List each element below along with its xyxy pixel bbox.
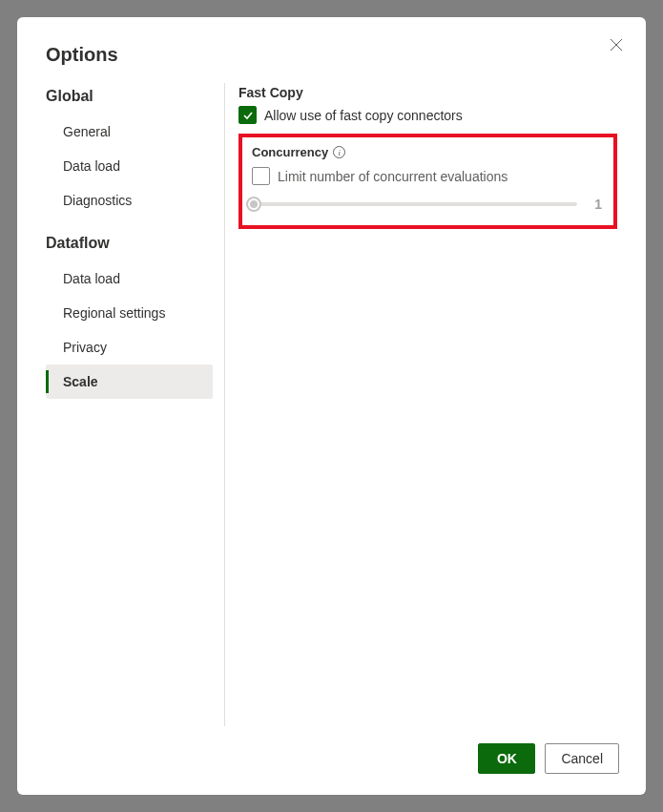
info-icon[interactable]: i [333,146,345,158]
dialog-footer: OK Cancel [17,726,646,795]
sidebar-item-diagnostics[interactable]: Diagnostics [46,183,213,218]
sidebar-item-global-data-load[interactable]: Data load [46,149,213,183]
concurrency-slider[interactable] [254,202,577,206]
slider-thumb[interactable] [246,197,261,212]
concurrency-highlight: Concurrency i Limit number of concurrent… [238,134,617,229]
concurrency-header: Concurrency i [252,145,604,159]
sidebar-item-regional-settings[interactable]: Regional settings [46,296,213,330]
sidebar: Global General Data load Diagnostics Dat… [46,83,222,726]
cancel-button[interactable]: Cancel [545,743,619,774]
ok-button[interactable]: OK [478,743,535,774]
concurrency-checkbox-label: Limit number of concurrent evaluations [278,169,508,184]
sidebar-item-dataflow-data-load[interactable]: Data load [46,261,213,296]
options-dialog: Options Global General Data load Diagnos… [17,17,646,795]
sidebar-item-scale[interactable]: Scale [46,364,213,399]
main-panel: Fast Copy Allow use of fast copy connect… [238,83,617,726]
vertical-divider [224,83,225,726]
dialog-body: Global General Data load Diagnostics Dat… [46,83,617,726]
sidebar-item-general[interactable]: General [46,115,213,149]
concurrency-label: Concurrency [252,145,328,159]
close-icon [610,38,623,52]
sidebar-item-privacy[interactable]: Privacy [46,330,213,364]
check-icon [242,110,254,121]
fast-copy-checkbox[interactable] [238,106,257,124]
section-header-dataflow: Dataflow [46,235,213,252]
fast-copy-row: Allow use of fast copy connectors [238,106,617,124]
close-button[interactable] [610,38,623,54]
fast-copy-label: Fast Copy [238,85,617,100]
concurrency-slider-value: 1 [589,197,602,212]
concurrency-row: Limit number of concurrent evaluations [252,167,604,185]
fast-copy-checkbox-label: Allow use of fast copy connectors [264,108,463,123]
section-header-global: Global [46,88,213,105]
concurrency-checkbox[interactable] [252,167,270,185]
concurrency-slider-row: 1 [252,197,604,212]
content-area: Options Global General Data load Diagnos… [17,17,646,726]
dialog-title: Options [46,44,617,66]
